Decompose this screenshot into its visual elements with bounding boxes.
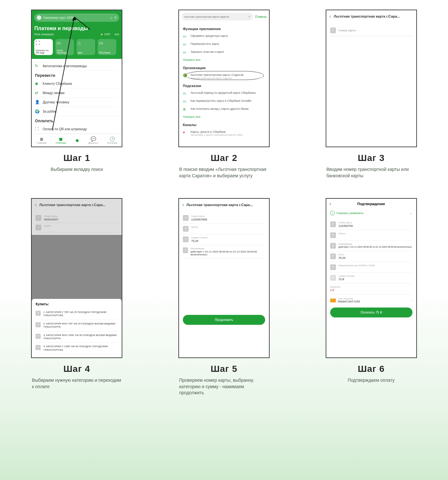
s1-search-bar[interactable]: Например курс ЕВРО ⌕ ≡ [34, 13, 119, 22]
row-other-person[interactable]: 👤 Другому человеку [35, 98, 118, 107]
step-1-title: Шаг 1 [63, 153, 90, 163]
avatar-icon [37, 15, 41, 20]
section-functions: Функции приложения [183, 24, 265, 32]
nav-main[interactable]: ◼Главный [37, 136, 47, 144]
card-home[interactable]: ⌂ Дом [77, 39, 95, 55]
show-details-toggle[interactable]: i Показать реквизиты ⌄ [326, 209, 416, 217]
s6-summa-field: TНаименование для SUMMA_NAME [330, 262, 412, 273]
fn-credit-card[interactable]: ▭Оформить кредитную карту [183, 32, 265, 40]
phone-5: ‹ Льготная транспортная карта г.Сара... … [178, 198, 270, 358]
phone-1: Например курс ЕВРО ⌕ ≡ Платежи и перевод… [31, 10, 122, 147]
nav-center[interactable]: ● [75, 137, 79, 144]
s2-top-bar: льготная транспортная карта саратов ✕ От… [179, 10, 269, 23]
category-option-3[interactable]: T3. КАТЕГОРИЯ ФНП 150Р. НА 50 ПОЕЗДОК ВС… [36, 332, 118, 343]
step-2-title: Шаг 2 [211, 153, 238, 163]
s6-header: ‹ Подтверждение [326, 199, 416, 209]
row-sber-client[interactable]: ◉ Клиенту Сбербанка [35, 79, 118, 88]
writeoff-account[interactable]: Счёт списания MasterCard Gold ⌄ [326, 296, 416, 304]
fn-plastic[interactable]: ▭Заказать пластик к карте [183, 48, 265, 56]
s2-search-input[interactable]: льготная транспортная карта саратов ✕ [182, 13, 253, 20]
text-field-icon: T [36, 215, 41, 221]
s5-header: ‹ Льготная транспортная карта г.Сара... [179, 199, 269, 211]
s6-buy-field: TКупить [330, 230, 412, 241]
row-abroad[interactable]: 🌍 За рубеж [35, 107, 118, 116]
step-6-title: Шаг 6 [358, 364, 385, 374]
s3-body: T Номер карты [326, 22, 416, 39]
hint-reissue[interactable]: ▭Как перевыпустить карту в Сбербанк Онла… [183, 97, 265, 105]
show-all-hints[interactable]: Показать все [183, 113, 265, 120]
step-1: Например курс ЕВРО ⌕ ≡ Платежи и перевод… [16, 10, 138, 179]
card-icon: ▭ [183, 42, 188, 46]
step-5: ‹ Льготная транспортная карта г.Сара... … [163, 198, 285, 396]
phone-4: ‹ Льготная транспортная карта г.Сара... … [31, 198, 122, 358]
card-qr[interactable]: ⛶ Оплатить по QR-коду [34, 39, 53, 55]
text-field-icon: T [36, 311, 41, 316]
s5-card-field: T Номер карты1234567889 [183, 213, 265, 224]
clear-icon[interactable]: ✕ [248, 15, 250, 18]
section-transfer: Перевести [35, 71, 118, 79]
qr-icon: ⛶ [35, 127, 40, 131]
hint-deposit[interactable]: ⊕Как пополнить вклад с карты другого бан… [183, 105, 265, 113]
s4-header: ‹ Льготная транспортная карта г.Сара... [32, 199, 122, 211]
menu-icon[interactable]: ≡ [114, 15, 117, 20]
step-2-desc: В поиске вводим «Льготная транспортная к… [179, 166, 269, 179]
back-icon[interactable]: ‹ [330, 201, 331, 207]
text-field-icon: T [36, 225, 41, 230]
text-field-icon: T [330, 243, 336, 249]
logo-icon: 🟢 [183, 73, 188, 77]
row-qr-pay[interactable]: ⛶ Оплата по QR или штрихкоду [35, 124, 118, 134]
s5-info-field: T Информациядействует с 01-11-2022 00:00… [183, 245, 265, 259]
continue-button[interactable]: Продолжить [183, 315, 265, 325]
fn-reissue[interactable]: ▭Перевыпустить карту [183, 40, 265, 48]
s2-body: Функции приложения ▭Оформить кредитную к… [179, 23, 269, 139]
nav-history[interactable]: 🕐История [107, 136, 117, 144]
card-rkc[interactable]: ▭ РКЦ Киров [98, 39, 116, 55]
card-transfer[interactable]: ▭ Сулат. Переводы [55, 39, 74, 55]
nav-dialogs[interactable]: 💬Диалоги [88, 136, 98, 144]
pay-button[interactable]: Оплатить 75 ₽ [330, 308, 412, 317]
s1-bottom-nav: ◼Главный ◼Платежи ● 💬Диалоги 🕐История [32, 134, 122, 147]
clock-icon: 🕐 [107, 136, 117, 141]
home-icon: ⌂ [78, 40, 94, 45]
card-chip-icon [330, 299, 336, 302]
channel-cards-money[interactable]: ● Карты, деньги и Сбербанк Как выгодно и… [183, 128, 265, 138]
step-4: ‹ Льготная транспортная карта г.Сара... … [16, 198, 138, 396]
s5-buy-field: T Купить [183, 224, 265, 234]
card-icon: ▭ [183, 99, 188, 103]
back-icon[interactable]: ‹ [182, 202, 184, 208]
category-option-4[interactable]: T4. КАТЕГОРИЯ У 150Р. НА 50 ПОЕЗДОК ГОРО… [36, 343, 118, 354]
back-icon[interactable]: ‹ [330, 13, 331, 19]
show-all-functions[interactable]: Показать все [183, 56, 265, 63]
category-option-1[interactable]: T1. КАТЕГОРИЯ У 75Р. НА 25 ПОЕЗДОК ГОРОД… [36, 308, 118, 320]
text-field-icon: T [330, 232, 336, 238]
globe-icon: 🌍 [35, 109, 40, 114]
back-icon[interactable]: ‹ [35, 202, 37, 208]
step-1-desc: Выбираем вкладку поиск [51, 166, 103, 173]
step-6: ‹ Подтверждение i Показать реквизиты ⌄ T… [310, 198, 432, 396]
s1-subtitle: Мои операции ◆ СБП все [34, 33, 119, 36]
s6-total-field: TИтого75.00 [330, 251, 412, 262]
org-transport-card[interactable]: 🟢 Льготная транспортная карта г.Саратов … [183, 71, 265, 81]
category-option-2[interactable]: T2. КАТЕГОРИЯ ФНП 75Р. НА 25 ПОЕЗДОК ВСЕ… [36, 320, 118, 332]
card-number-field[interactable]: T Номер карты [330, 25, 412, 36]
card-icon: ▭ [183, 50, 188, 54]
step-4-desc: Выбираем нужную категорию и переходим к … [32, 377, 122, 390]
step-6-desc: Подтверждаем оплату [348, 377, 395, 384]
building-icon: ▭ [99, 40, 115, 45]
s4-buy-row[interactable]: T Купить [36, 223, 118, 232]
hint-grace-period[interactable]: ▭Льготный период по кредитной карте Сбер… [183, 89, 265, 97]
row-autopay[interactable]: ↻ Автоплатежи и автопереводы [35, 61, 118, 71]
cancel-button[interactable]: Отмена [255, 15, 266, 19]
nav-payments[interactable]: ◼Платежи [56, 136, 66, 144]
qr-icon: ⛶ [36, 40, 52, 45]
search-icon[interactable]: ⌕ [110, 15, 112, 20]
text-field-icon: T [330, 28, 336, 33]
text-field-icon: T [183, 226, 189, 232]
step-2: льготная транспортная карта саратов ✕ От… [163, 10, 285, 179]
s6-info-field: TИнформациядействует с 01-11-2022 00:00:… [330, 241, 412, 251]
ruble-icon: ₽ [330, 275, 336, 281]
chevron-down-icon: ⌄ [410, 212, 412, 215]
phone-2: льготная транспортная карта саратов ✕ От… [178, 10, 270, 147]
sber-icon: ◉ [35, 81, 40, 86]
row-between[interactable]: ⇄ Между своими [35, 88, 118, 98]
